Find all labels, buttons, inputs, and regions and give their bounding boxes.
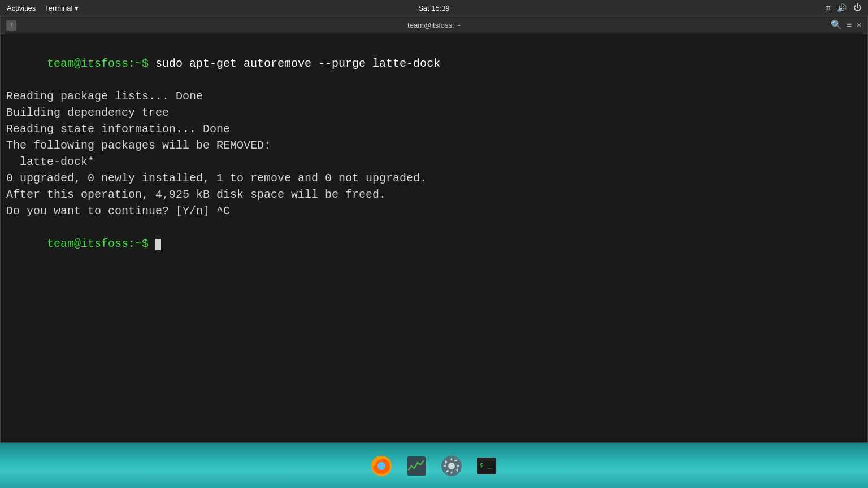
terminal-menu-label: Terminal [45, 4, 72, 12]
terminal-line-7: 0 upgraded, 0 newly installed, 1 to remo… [6, 170, 862, 186]
svg-point-5 [448, 463, 455, 469]
prompt-2: team@itsfoss:~$ [47, 237, 155, 250]
terminal-line-1: team@itsfoss:~$ sudo apt-get autoremove … [6, 39, 862, 88]
power-icon[interactable]: ⏻ [853, 3, 861, 12]
taskbar-system-monitor[interactable] [402, 451, 431, 481]
terminal-window: T team@itsfoss: ~ 🔍 ≡ ✕ team@itsfoss:~$ … [0, 16, 868, 443]
terminal-line-10: team@itsfoss:~$ [6, 219, 862, 268]
taskbar-terminal[interactable]: $ _ [472, 451, 501, 481]
taskbar: $ _ [0, 443, 868, 488]
terminal-titlebar: T team@itsfoss: ~ 🔍 ≡ ✕ [1, 16, 867, 34]
grid-icon[interactable]: ⊞ [826, 3, 830, 13]
close-button[interactable]: ✕ [856, 21, 862, 30]
system-bar-left: Activities Terminal ▾ [7, 4, 79, 12]
terminal-content[interactable]: team@itsfoss:~$ sudo apt-get autoremove … [1, 34, 867, 442]
terminal-title: team@itsfoss: ~ [407, 21, 461, 29]
terminal-line-2: Reading package lists... Done [6, 88, 862, 104]
taskbar-firefox[interactable] [367, 451, 396, 481]
terminal-window-icon: T [6, 20, 16, 30]
terminal-line-9: Do you want to continue? [Y/n] ^C [6, 203, 862, 219]
menu-button[interactable]: ≡ [847, 21, 852, 30]
search-button[interactable]: 🔍 [831, 21, 842, 30]
speaker-icon[interactable]: 🔊 [837, 3, 847, 13]
titlebar-left: T [6, 20, 16, 30]
terminal-menu-arrow: ▾ [75, 4, 79, 12]
terminal-line-6: latte-dock* [6, 154, 862, 170]
svg-rect-3 [407, 456, 426, 476]
command-1: sudo apt-get autoremove --purge latte-do… [155, 57, 440, 70]
cursor [155, 239, 161, 250]
svg-point-2 [377, 462, 385, 470]
terminal-line-8: After this operation, 4,925 kB disk spac… [6, 186, 862, 203]
terminal-line-5: The following packages will be REMOVED: [6, 137, 862, 154]
svg-text:$ _: $ _ [480, 461, 491, 469]
terminal-menu[interactable]: Terminal ▾ [45, 4, 79, 12]
terminal-line-4: Reading state information... Done [6, 121, 862, 137]
titlebar-controls: 🔍 ≡ ✕ [831, 21, 862, 30]
system-bar: Activities Terminal ▾ Sat 15:39 ⊞ 🔊 ⏻ [0, 0, 868, 16]
terminal-line-3: Building dependency tree [6, 104, 862, 121]
system-time: Sat 15:39 [418, 4, 450, 12]
taskbar-settings[interactable] [437, 451, 466, 481]
prompt-1: team@itsfoss:~$ [47, 57, 155, 70]
activities-button[interactable]: Activities [7, 4, 36, 12]
system-bar-right: ⊞ 🔊 ⏻ [826, 3, 861, 13]
